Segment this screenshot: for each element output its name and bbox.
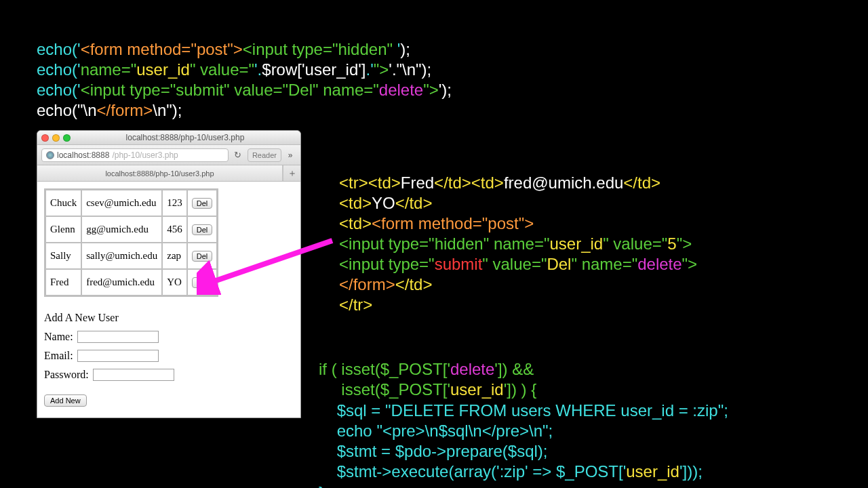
cell-password: zap [162, 243, 187, 269]
window-title: localhost:8888/php-10/user3.php [74, 133, 296, 142]
close-window-button[interactable] [41, 134, 49, 142]
cell-email: sally@umich.edu [81, 243, 162, 269]
code: fred@umich.edu [504, 174, 623, 192]
browser-window: localhost:8888/php-10/user3.php localhos… [37, 130, 301, 418]
reader-button[interactable]: Reader [248, 148, 281, 162]
email-input[interactable] [77, 350, 159, 362]
name-label: Name: [44, 331, 73, 343]
code: Fred [401, 174, 434, 192]
code: '."\n"); [389, 60, 431, 79]
new-tab-button[interactable]: ＋ [283, 165, 300, 181]
code: user_id [549, 235, 603, 253]
delete-button[interactable]: Del [192, 251, 213, 262]
code: \n"); [153, 101, 182, 119]
code: ); [400, 40, 410, 58]
code: $row['user_id'] [262, 60, 366, 79]
code: isset($_POST[' [319, 380, 450, 399]
reload-button[interactable]: ↻ [231, 148, 245, 162]
code: delete [637, 255, 682, 273]
cell-name: Fred [45, 269, 81, 296]
cell-email: fred@umich.edu [81, 269, 162, 296]
code: <form method="post"> [81, 40, 243, 58]
code: <td> [339, 214, 372, 232]
page-content: Chuck csev@umich.edu 123 Del Glenn gg@um… [37, 182, 300, 418]
code: $stmt->execute(array(':zip' => $_POST[' [319, 462, 626, 481]
code: "> [677, 235, 692, 253]
cell-email: gg@umich.edu [81, 216, 162, 243]
code: <input type="submit" value="Del" name=" [81, 81, 379, 99]
password-label: Password: [44, 369, 89, 381]
browser-tab[interactable]: localhost:8888/php-10/user3.php [37, 165, 283, 181]
cell-email: csev@umich.edu [81, 190, 162, 216]
cell-password: YO [162, 269, 187, 296]
code: if ( isset($_POST[' [319, 360, 450, 378]
code: user_id [626, 462, 679, 481]
code: </td> [395, 275, 433, 293]
code: <input type=" [339, 255, 435, 273]
php-echo-code: echo('<form method="post"><input type="h… [37, 19, 452, 121]
window-titlebar: localhost:8888/php-10/user3.php [37, 131, 300, 145]
code: </td> [623, 174, 660, 192]
url-field[interactable]: localhost:8888/php-10/user3.php [41, 148, 229, 162]
overflow-button[interactable]: » [284, 150, 296, 160]
code: name=" [81, 60, 137, 79]
code: user_id [450, 380, 504, 399]
code: ']) && [494, 360, 534, 378]
delete-button[interactable]: Del [192, 224, 213, 235]
table-row: Fred fred@umich.edu YO Del [45, 269, 217, 296]
code: echo "<pre>\n$sql\n</pre>\n"; [319, 422, 553, 440]
minimize-window-button[interactable] [52, 134, 60, 142]
code: "> [374, 60, 389, 79]
tab-bar: localhost:8888/php-10/user3.php ＋ [37, 165, 300, 182]
form-heading: Add A New User [44, 312, 294, 324]
table-row: Chuck csev@umich.edu 123 Del [45, 190, 217, 216]
code: '); [439, 81, 452, 99]
users-table: Chuck csev@umich.edu 123 Del Glenn gg@um… [44, 188, 218, 297]
code: } [319, 483, 324, 488]
add-user-form: Add A New User Name: Email: Password: Ad… [44, 312, 294, 407]
code: delete [379, 81, 423, 99]
code: YO [372, 194, 395, 212]
code: user_id [136, 60, 190, 79]
code: "> [682, 255, 698, 273]
code: </td> [395, 194, 433, 212]
generated-html-code: <tr><td>Fred</td><td>fred@umich.edu</td>… [339, 152, 697, 315]
url-host: localhost:8888 [57, 150, 109, 160]
code: <tr><td> [339, 174, 401, 192]
url-path: /php-10/user3.php [112, 150, 178, 160]
code: '])); [679, 462, 703, 481]
code: echo(' [37, 60, 81, 79]
zoom-window-button[interactable] [63, 134, 71, 142]
code: $stmt = $pdo->prepare($sql); [319, 442, 548, 460]
cell-name: Sally [45, 243, 81, 269]
cell-password: 123 [162, 190, 187, 216]
code: $sql = "DELETE FROM users WHERE user_id … [319, 401, 728, 420]
code: echo(' [37, 81, 81, 99]
code: 5 [667, 235, 676, 253]
cell-password: 456 [162, 216, 187, 243]
code: </form> [339, 275, 395, 293]
code: " name=" [571, 255, 637, 273]
table-row: Sally sally@umich.edu zap Del [45, 243, 217, 269]
code: <input type="hidden" name=" [339, 235, 549, 253]
email-label: Email: [44, 350, 73, 362]
code: submit [435, 255, 483, 273]
code: " value=" [482, 255, 547, 273]
browser-toolbar: localhost:8888/php-10/user3.php ↻ Reader… [37, 145, 300, 165]
code: delete [450, 360, 494, 378]
name-input[interactable] [77, 331, 159, 343]
code: echo(' [37, 40, 81, 58]
code: Del [547, 255, 571, 273]
code: <input type="hidden" [243, 40, 397, 58]
delete-button[interactable]: Del [192, 198, 213, 209]
globe-icon [46, 151, 54, 159]
php-delete-code: if ( isset($_POST['delete']) && isset($_… [319, 339, 728, 488]
cell-name: Chuck [45, 190, 81, 216]
delete-button[interactable]: Del [192, 277, 213, 288]
code: ']) ) { [504, 380, 537, 399]
cell-name: Glenn [45, 216, 81, 243]
add-new-button[interactable]: Add New [44, 394, 87, 407]
code: <td> [339, 194, 372, 212]
code: '. [254, 60, 262, 79]
password-input[interactable] [93, 369, 174, 381]
